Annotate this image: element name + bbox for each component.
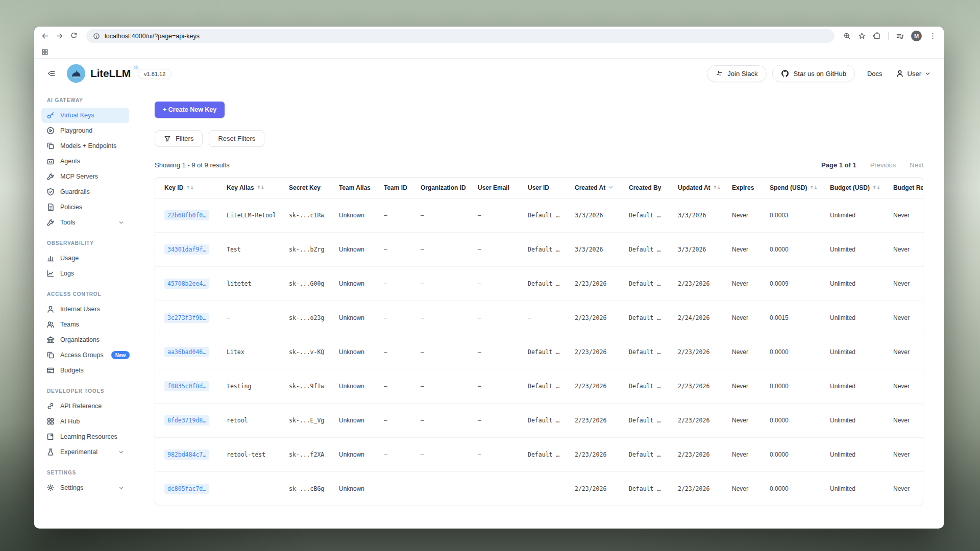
sort-icon[interactable]: ↑↓	[872, 185, 880, 190]
sort-icon[interactable]: ↑↓	[810, 185, 817, 190]
pagination: Page 1 of 1 Previous Next	[821, 161, 923, 169]
cell-team-alias: Unknown	[335, 369, 380, 403]
chevron-down-icon	[118, 449, 124, 455]
sidebar-item-api-reference[interactable]: API Reference	[41, 398, 129, 414]
table-row[interactable]: f0835c0f8d…testingsk-...9fIwUnknown–––De…	[155, 369, 923, 403]
column-header-key-id[interactable]: Key ID↑↓	[155, 178, 223, 198]
sidebar-item-virtual-keys[interactable]: Virtual Keys	[41, 108, 129, 123]
sidebar-item-models-endpoints[interactable]: Models + Endpoints	[41, 138, 129, 154]
media-list-icon[interactable]	[896, 32, 904, 40]
sidebar-item-logs[interactable]: Logs	[41, 266, 129, 281]
sort-desc-icon[interactable]	[608, 185, 614, 190]
table-row[interactable]: aa36bad046…Litexsk-...v-KQUnknown–––Defa…	[155, 335, 923, 369]
table-row[interactable]: 3c273f3f9b…–sk-...o23gUnknown––––2/23/20…	[155, 300, 923, 335]
cell-organization-id: –	[416, 437, 474, 471]
column-header-budget-usd[interactable]: Budget (USD)↑↓	[826, 178, 889, 198]
key-id-link[interactable]: 982bd484c7…	[164, 449, 209, 460]
cell-user-id: Default …	[524, 266, 571, 300]
column-header-key-alias[interactable]: Key Alias↑↓	[223, 178, 285, 198]
sidebar-item-budgets[interactable]: Budgets	[41, 363, 129, 378]
sidebar-item-settings[interactable]: Settings	[41, 480, 129, 495]
table-row[interactable]: dc805fac7d…–sk-...cBGgUnknown––––2/23/20…	[155, 471, 923, 506]
sidebar-item-ai-hub[interactable]: AI Hub	[41, 414, 129, 429]
cell-key-alias: retool-test	[223, 437, 285, 471]
sidebar-item-organizations[interactable]: Organizations	[41, 332, 129, 347]
cell-user-email: –	[474, 266, 524, 300]
star-github-button[interactable]: Star us on GitHub	[772, 65, 855, 82]
key-id-link[interactable]: 34301daf9f…	[164, 244, 209, 255]
bookmark-star-icon[interactable]	[858, 32, 866, 40]
cell-user-email: –	[474, 437, 524, 471]
key-id-link[interactable]: 8fde3719d8…	[164, 415, 209, 425]
docs-link[interactable]: Docs	[867, 70, 883, 78]
column-label: Key ID	[164, 184, 183, 191]
key-id-link[interactable]: dc805fac7d…	[164, 484, 209, 494]
sidebar-item-experimental[interactable]: Experimental	[41, 444, 129, 460]
sidebar-item-teams[interactable]: Teams	[41, 317, 129, 332]
sidebar-item-policies[interactable]: Policies	[41, 199, 129, 215]
key-id-link[interactable]: aa36bad046…	[164, 347, 209, 357]
sidebar-item-agents[interactable]: Agents	[41, 154, 129, 169]
cell-team-alias: Unknown	[335, 300, 380, 335]
cell-created-by: Default …	[625, 437, 674, 471]
sort-icon[interactable]: ↑↓	[713, 185, 721, 190]
browser-menu-icon[interactable]	[929, 32, 937, 40]
cell-created-by: Default …	[625, 471, 674, 506]
cell-spend-usd: 0.0000	[766, 369, 826, 403]
key-id-link[interactable]: f0835c0f8d…	[164, 381, 209, 391]
column-header-created-at[interactable]: Created At	[571, 178, 625, 198]
sidebar-item-internal-users[interactable]: Internal Users	[41, 302, 129, 317]
filters-button[interactable]: Filters	[155, 130, 203, 147]
cell-key-alias: Test	[223, 232, 285, 266]
zoom-icon[interactable]	[843, 32, 851, 40]
user-menu[interactable]: User	[896, 69, 930, 78]
create-new-key-button[interactable]: + Create New Key	[155, 102, 225, 118]
apps-grid-icon[interactable]	[41, 48, 48, 56]
site-info-icon[interactable]	[93, 33, 100, 40]
sidebar-item-access-groups[interactable]: Access GroupsNew	[41, 347, 129, 363]
next-page-button[interactable]: Next	[910, 161, 923, 169]
table-row[interactable]: 45708b2ee4…litetetsk-...G00gUnknown–––De…	[155, 266, 923, 300]
sidebar-section-label-settings: SETTINGS	[47, 470, 129, 475]
table-row[interactable]: 982bd484c7…retool-testsk-...f2XAUnknown–…	[155, 437, 923, 471]
key-id-link[interactable]: 3c273f3f9b…	[164, 313, 209, 323]
table-row[interactable]: 34301daf9f…Testsk-...bZrgUnknown–––Defau…	[155, 232, 923, 266]
key-id-link[interactable]: 22b68fb0f0…	[164, 210, 209, 220]
extensions-icon[interactable]	[873, 32, 881, 40]
line-chart-icon	[46, 269, 55, 278]
sidebar-item-mcp-servers[interactable]: MCP Servers	[41, 169, 129, 184]
sidebar-item-playground[interactable]: Playground	[41, 123, 129, 138]
cell-secret-key: sk-...9fIw	[285, 369, 335, 403]
sort-icon[interactable]: ↑↓	[257, 185, 264, 190]
sidebar-item-learning-resources[interactable]: Learning Resources	[41, 429, 129, 444]
funnel-icon	[164, 135, 171, 142]
key-id-link[interactable]: 45708b2ee4…	[164, 279, 209, 289]
column-header-updated-at[interactable]: Updated At↑↓	[674, 178, 728, 198]
cell-updated-at: 2/23/2026	[674, 437, 728, 471]
sort-icon[interactable]: ↑↓	[186, 185, 193, 190]
profile-avatar[interactable]: M	[911, 31, 922, 41]
sidebar-item-guardrails[interactable]: Guardrails	[41, 184, 129, 199]
cell-secret-key: sk-...v-KQ	[285, 335, 335, 369]
sidebar-item-usage[interactable]: Usage	[41, 251, 129, 266]
chevron-down-icon	[118, 220, 124, 226]
reload-icon[interactable]	[70, 32, 78, 40]
collapse-sidebar-icon[interactable]	[47, 69, 56, 78]
address-bar[interactable]: localhost:4000/ui/?page=api-keys	[86, 29, 835, 43]
back-icon[interactable]	[41, 32, 49, 40]
app-header: LiteLLM ❄ v1.81.12 Join Slack Star us on…	[34, 59, 944, 88]
table-row[interactable]: 22b68fb0f0…LiteLLM-Retoolsk-...c1RwUnkno…	[155, 198, 923, 232]
cell-budget-reset: Never	[889, 232, 923, 266]
table-row[interactable]: 8fde3719d8…retoolsk-...E_VgUnknown–––Def…	[155, 403, 923, 437]
previous-page-button[interactable]: Previous	[870, 161, 896, 169]
cell-user-id: Default …	[524, 369, 571, 403]
reset-filters-button[interactable]: Reset Filters	[209, 130, 264, 147]
column-header-spend-usd[interactable]: Spend (USD)↑↓	[766, 178, 826, 198]
sidebar-item-tools[interactable]: Tools	[41, 215, 129, 230]
join-slack-button[interactable]: Join Slack	[707, 65, 766, 82]
cell-created-by: Default …	[625, 266, 674, 300]
cell-secret-key: sk-...o23g	[285, 300, 335, 335]
forward-icon[interactable]	[56, 32, 63, 40]
column-header-created-by: Created By	[625, 178, 674, 198]
sidebar-item-label: Logs	[60, 270, 74, 277]
